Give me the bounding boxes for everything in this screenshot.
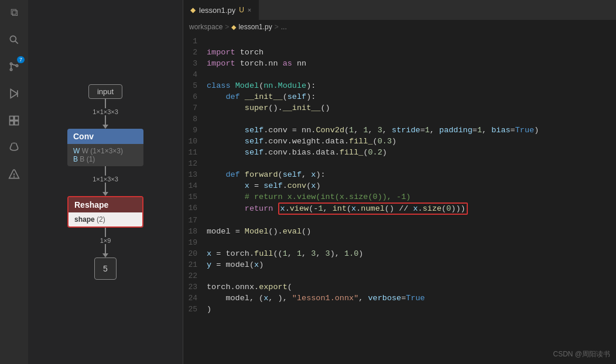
svg-line-1 [15,41,18,44]
code-line-18: 18 model = Model().eval() [183,226,616,237]
code-line-4: 4 [183,69,616,80]
svg-line-6 [12,64,16,66]
code-line-16: 16 return x.view(-1, int(x.numel() // x.… [183,202,616,215]
code-line-19: 19 [183,237,616,248]
editor-area: ◆ lesson1.py U × workspace > ◆ lesson1.p… [183,0,616,364]
svg-rect-11 [10,121,14,125]
nn-diagram-panel: input 1×1×3×3 Conv W W (1×1×3×3) B B (1) [28,0,183,364]
code-line-1: 1 [183,36,616,47]
conv-w: W W (1×1×3×3) [73,147,138,155]
arrow-3: 1×9 [100,228,111,257]
watermark: CSDN @周阳读书 [553,349,610,359]
svg-rect-10 [15,116,19,121]
reshape-body: shape (2) [69,212,142,226]
code-line-17: 17 [183,215,616,226]
code-line-23: 23 torch.onnx.export( [183,281,616,293]
lesson1-tab[interactable]: ◆ lesson1.py U × [183,0,259,20]
breadcrumb-filename: lesson1.py [238,23,272,31]
breadcrumb: workspace > ◆ lesson1.py > ... [183,20,616,33]
git-badge: 7 [17,56,25,63]
code-line-13: 13 def forward(self, x): [183,169,616,180]
conv-header: Conv [67,129,143,144]
activity-bar: ⧉ 7 [0,0,28,364]
code-line-20: 20 x = torch.full((1, 1, 3, 3), 1.0) [183,248,616,259]
code-line-15: 15 # return x.view(int(x.size(0)), -1) [183,191,616,202]
breadcrumb-sep-1: > [225,23,229,31]
files-icon[interactable]: ⧉ [6,5,22,21]
run-icon[interactable] [6,85,22,102]
breadcrumb-workspace: workspace [189,23,223,31]
code-line-22: 22 [183,270,616,281]
code-line-10: 10 self.conv.weight.data.fill_(0.3) [183,136,616,147]
code-line-24: 24 model, (x, ), "lesson1.onnx", verbose… [183,293,616,304]
reshape-node: Reshape shape (2) [67,196,143,228]
input-node: input [88,84,122,99]
tab-modified: U [239,6,244,14]
arrow-1: 1×1×3×3 [93,99,118,129]
python-file-icon: ◆ [190,6,196,14]
reshape-header: Reshape [69,197,142,212]
svg-point-0 [10,36,16,42]
tab-filename: lesson1.py [199,6,235,15]
git-icon[interactable]: 7 [6,59,22,75]
svg-point-14 [14,177,15,177]
breadcrumb-dots: ... [281,23,287,31]
arrow-2: 1×1×3×3 [93,166,118,196]
code-line-6: 6 def __init__(self): [183,91,616,102]
code-line-21: 21 y = model(x) [183,259,616,270]
code-line-2: 2 import torch [183,47,616,58]
tab-bar: ◆ lesson1.py U × [183,0,616,20]
svg-marker-7 [11,90,18,98]
breadcrumb-file-icon: ◆ [231,23,236,31]
output-node: 5 [94,257,117,280]
code-line-7: 7 super().__init__() [183,102,616,114]
conv-node: Conv W W (1×1×3×3) B B (1) [67,129,143,166]
flask-icon[interactable] [6,139,22,156]
code-line-12: 12 [183,158,616,169]
code-line-14: 14 x = self.conv(x) [183,180,616,191]
svg-point-3 [10,68,12,70]
warning-icon[interactable] [6,166,22,183]
tab-close-button[interactable]: × [248,6,251,13]
code-line-5: 5 class Model(nn.Module): [183,80,616,91]
code-editor[interactable]: 1 2 import torch 3 import torch.nn as nn… [183,33,616,364]
svg-rect-9 [10,116,14,121]
code-line-8: 8 [183,114,616,125]
svg-rect-12 [15,121,19,125]
code-line-25: 25 ) [183,304,616,315]
conv-body: W W (1×1×3×3) B B (1) [67,144,143,166]
nn-diagram: input 1×1×3×3 Conv W W (1×1×3×3) B B (1) [67,84,143,280]
code-line-3: 3 import torch.nn as nn [183,58,616,69]
code-line-11: 11 self.conv.bias.data.fill_(0.2) [183,147,616,158]
search-icon[interactable] [6,32,22,48]
extensions-icon[interactable] [6,112,22,129]
breadcrumb-sep-2: > [275,23,279,31]
conv-b: B B (1) [73,155,138,163]
code-line-9: 9 self.conv = nn.Conv2d(1, 1, 3, stride=… [183,125,616,136]
